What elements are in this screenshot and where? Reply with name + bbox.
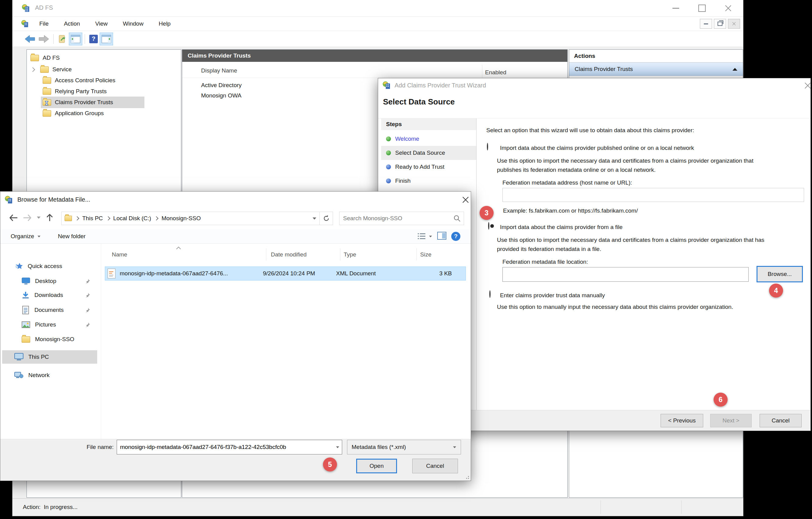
wizard-intro-text: Select an option that this wizard will u…	[486, 127, 694, 134]
menu-view[interactable]: View	[94, 21, 108, 27]
back-icon[interactable]	[23, 33, 37, 45]
sidebar-network[interactable]: Network	[2, 369, 97, 382]
mdi-restore-icon[interactable]	[714, 19, 726, 29]
address-bar[interactable]: This PC Local Disk (C:) Monosign-SSO	[61, 212, 320, 225]
open-button[interactable]: Open	[356, 459, 397, 473]
column-type[interactable]: Type	[344, 251, 356, 258]
previous-button[interactable]: < Previous	[661, 414, 703, 427]
radio-enter-manually[interactable]	[489, 290, 491, 298]
console-titlebar: AD FS	[12, 0, 743, 17]
column-size[interactable]: Size	[420, 251, 431, 258]
console-toolbar: ?	[12, 31, 743, 47]
federation-metadata-address-input[interactable]	[502, 188, 804, 202]
preview-pane-button[interactable]	[437, 232, 446, 241]
column-display-name[interactable]: Display Name	[201, 67, 237, 74]
mdi-minimize-icon[interactable]	[700, 19, 712, 29]
maximize-icon[interactable]	[697, 4, 706, 13]
file-name-input[interactable]	[119, 444, 336, 451]
status-bar: Action: In progress...	[12, 498, 743, 516]
export-list-icon[interactable]	[56, 33, 69, 45]
sidebar-monosign-sso[interactable]: Monosign-SSO	[2, 333, 97, 346]
breadcrumb-local-disk-c[interactable]: Local Disk (C:)	[113, 215, 151, 222]
download-icon	[22, 291, 30, 299]
menu-help[interactable]: Help	[158, 21, 171, 27]
breadcrumb-monosign-sso[interactable]: Monosign-SSO	[162, 215, 201, 222]
tree-item-claims-provider-trusts[interactable]: Claims Provider Trusts	[27, 96, 181, 108]
file-name-label: File name:	[77, 444, 114, 451]
list-pane-header: Claims Provider Trusts	[182, 50, 567, 62]
tree-item-relying-party-trusts[interactable]: Relying Party Trusts	[27, 86, 181, 97]
pin-icon	[85, 278, 90, 284]
organize-button[interactable]: Organize	[11, 233, 41, 240]
sidebar-downloads[interactable]: Downloads	[2, 288, 97, 302]
nav-back-icon[interactable]	[9, 214, 18, 223]
console-title: AD FS	[35, 4, 53, 11]
breadcrumb-this-pc[interactable]: This PC	[82, 215, 103, 222]
pin-icon	[85, 322, 90, 328]
help-toolbar-icon[interactable]: ?	[87, 33, 99, 45]
next-button[interactable]: Next >	[710, 414, 752, 427]
file-row-selected[interactable]: monosign-idp-metadata-067aad27-6476... 9…	[105, 267, 466, 280]
new-folder-button[interactable]: New folder	[58, 233, 86, 240]
collapse-arrow-icon[interactable]	[732, 68, 737, 71]
picture-icon	[22, 321, 30, 328]
pin-icon	[85, 293, 90, 298]
nav-up-icon[interactable]	[46, 213, 54, 223]
forward-icon[interactable]	[37, 33, 51, 45]
nav-history-caret-icon[interactable]	[37, 217, 40, 219]
sidebar-quick-access[interactable]: Quick access	[2, 260, 97, 273]
file-list: Name Date modified Type Size monosign-id…	[101, 244, 471, 439]
file-name-dropdown-caret-icon[interactable]	[336, 446, 339, 448]
file-type-select[interactable]: Metadata files (*.xml)	[347, 440, 461, 454]
mdi-close-icon[interactable]	[728, 19, 740, 29]
sidebar-pictures[interactable]: Pictures	[2, 318, 97, 331]
sidebar-this-pc[interactable]: This PC	[2, 350, 97, 364]
list-row-monosign-owa[interactable]: Monosign OWA	[201, 92, 241, 99]
menu-action[interactable]: Action	[63, 21, 81, 27]
menu-window[interactable]: Window	[122, 21, 144, 27]
sidebar-desktop[interactable]: Desktop	[2, 274, 97, 288]
list-row-active-directory[interactable]: Active Directory	[201, 82, 242, 89]
federation-metadata-file-input[interactable]	[502, 267, 749, 282]
menu-file[interactable]: File	[39, 21, 49, 27]
refresh-button[interactable]	[320, 212, 333, 225]
file-date-cell: 9/26/2024 10:24 PM	[263, 270, 336, 277]
search-box[interactable]	[339, 212, 464, 225]
address-dropdown-caret-icon[interactable]	[313, 217, 316, 220]
search-input[interactable]	[343, 215, 454, 222]
step-welcome[interactable]: Welcome	[381, 132, 476, 146]
close-icon[interactable]	[724, 4, 733, 13]
action-pane-toggle-icon[interactable]	[99, 33, 113, 45]
expand-chevron-icon[interactable]	[30, 67, 35, 72]
tree-item-service[interactable]: Service	[27, 64, 181, 75]
browse-button[interactable]: Browse...	[757, 266, 803, 282]
step-select-data-source[interactable]: Select Data Source	[381, 146, 476, 160]
step-finish[interactable]: Finish	[381, 174, 476, 188]
column-enabled[interactable]: Enabled	[485, 69, 506, 76]
column-date-modified[interactable]: Date modified	[271, 251, 307, 258]
column-name[interactable]: Name	[112, 251, 127, 258]
radio-import-from-file[interactable]	[488, 222, 489, 230]
console-tree-toggle-icon[interactable]	[69, 33, 82, 45]
radio-import-online[interactable]	[487, 143, 488, 150]
tree-item-access-control-policies[interactable]: Access Control Policies	[27, 74, 181, 86]
minimize-icon[interactable]	[671, 4, 680, 13]
tree-item-application-groups[interactable]: Application Groups	[27, 108, 181, 119]
step-badge-4: 4	[769, 283, 783, 298]
radio-enter-manually-label: Enter claims provider trust data manuall…	[500, 292, 605, 299]
wizard-cancel-button[interactable]: Cancel	[760, 414, 802, 427]
change-view-button[interactable]	[417, 233, 432, 240]
file-type-dropdown-caret-icon[interactable]	[453, 446, 456, 448]
xml-file-icon	[108, 269, 115, 278]
resize-grip[interactable]	[465, 475, 469, 479]
radio-import-from-file-label: Import data about the claims provider fr…	[500, 224, 622, 231]
tree-item-adfs-root[interactable]: AD FS	[27, 52, 181, 64]
browse-cancel-button[interactable]: Cancel	[412, 459, 458, 473]
sidebar-documents[interactable]: Documents	[2, 303, 97, 317]
file-name-combobox[interactable]	[117, 440, 342, 454]
actions-group-claims-provider-trusts[interactable]: Claims Provider Trusts	[569, 62, 743, 76]
desktop-icon	[22, 277, 30, 285]
nav-forward-icon[interactable]	[23, 214, 32, 223]
help-icon[interactable]: ?	[451, 232, 460, 241]
step-ready-to-add-trust[interactable]: Ready to Add Trust	[381, 160, 476, 174]
